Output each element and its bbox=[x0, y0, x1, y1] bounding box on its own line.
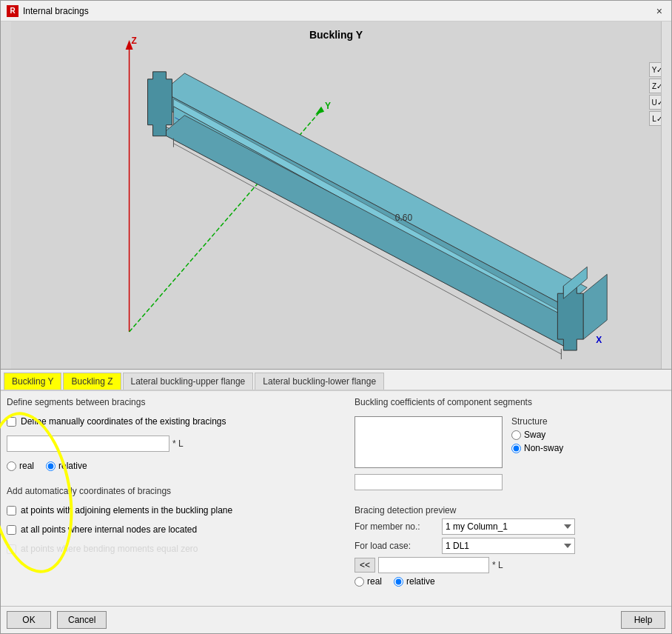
window-title: Internal bracings bbox=[23, 6, 89, 16]
loadcase-row: For load case: 1 DL1 bbox=[355, 538, 665, 554]
section2-label: Add automatically coordinates of bracing… bbox=[7, 486, 346, 496]
bracing-detection-label: Bracing detection preview bbox=[355, 505, 665, 515]
internal-nodes-label: at all points where internal nodes are l… bbox=[21, 524, 197, 535]
svg-text:Y: Y bbox=[325, 101, 331, 111]
left-panel: Define segments between bracings Define … bbox=[7, 397, 346, 600]
svg-text:X: X bbox=[596, 335, 602, 345]
help-button[interactable]: Help bbox=[621, 611, 665, 629]
close-button[interactable]: × bbox=[653, 5, 665, 17]
section1-label: Define segments between bracings bbox=[7, 397, 346, 407]
member-no-row: For member no.: 1 my Column_1 bbox=[355, 518, 665, 535]
star-l-label: * L bbox=[172, 438, 184, 449]
adjoining-elements-row: at points with adjoining elements in the… bbox=[7, 505, 346, 515]
nonsway-radio-item: Non-sway bbox=[511, 443, 563, 453]
coeff-and-structure: Structure Sway Non-sway bbox=[355, 416, 665, 468]
title-bar-left: R Internal bracings bbox=[7, 5, 89, 17]
viewport-title: Buckling Y bbox=[309, 29, 363, 41]
main-content: Define segments between bracings Define … bbox=[1, 391, 671, 606]
bending-moments-label: at points where bending moments equal ze… bbox=[21, 544, 198, 554]
bracing-real-radio[interactable] bbox=[355, 577, 364, 587]
bracing-input-row: << * L bbox=[355, 557, 665, 573]
coeff-label: Buckling coefficients of component segme… bbox=[355, 397, 665, 407]
sway-label: Sway bbox=[524, 430, 545, 440]
define-manually-checkbox[interactable] bbox=[7, 417, 16, 427]
tab-buckling-y[interactable]: Buckling Y bbox=[4, 373, 61, 390]
bending-moments-row: at points where bending moments equal ze… bbox=[7, 544, 346, 554]
adjoining-elements-checkbox[interactable] bbox=[7, 506, 16, 515]
adjoining-elements-label: at points with adjoining elements in the… bbox=[21, 505, 232, 515]
cancel-button[interactable]: Cancel bbox=[57, 611, 107, 629]
radio-real-item: real bbox=[7, 461, 34, 471]
title-bar: R Internal bracings × bbox=[1, 1, 671, 21]
coeff-input[interactable] bbox=[355, 474, 503, 490]
radio-relative[interactable] bbox=[46, 461, 56, 471]
viewport-scrollbar[interactable] bbox=[661, 21, 671, 369]
sway-radio-item: Sway bbox=[511, 430, 563, 440]
bracing-radio-row: real relative bbox=[355, 576, 665, 587]
define-manually-label: Define manually coordinates of the exist… bbox=[21, 416, 226, 427]
bracing-real-label: real bbox=[367, 576, 382, 587]
internal-nodes-row: at all points where internal nodes are l… bbox=[7, 524, 346, 535]
bracing-real-item: real bbox=[355, 576, 382, 587]
prev-button[interactable]: << bbox=[355, 558, 375, 573]
main-window: R Internal bracings × Isolated nodes hav… bbox=[0, 0, 672, 634]
coeff-input-row bbox=[355, 474, 665, 490]
structure-group: Structure Sway Non-sway bbox=[511, 416, 563, 453]
bracing-relative-item: relative bbox=[394, 576, 435, 587]
tabs-row: Buckling Y Buckling Z Lateral buckling-u… bbox=[1, 370, 671, 391]
tab-lateral-upper[interactable]: Lateral buckling-upper flange bbox=[123, 373, 254, 390]
bracing-input[interactable] bbox=[378, 557, 489, 573]
bracing-detection-section: Bracing detection preview For member no.… bbox=[355, 505, 665, 593]
bracing-relative-label: relative bbox=[406, 576, 435, 587]
structure-label: Structure bbox=[511, 416, 563, 427]
buckling-coeff-box bbox=[355, 416, 503, 468]
define-manually-row: Define manually coordinates of the exist… bbox=[7, 416, 346, 427]
tab-lateral-lower[interactable]: Lateral buckling-lower flange bbox=[255, 373, 384, 390]
loadcase-select[interactable]: 1 DL1 bbox=[442, 538, 575, 554]
nonsway-label: Non-sway bbox=[524, 443, 563, 453]
coordinates-input[interactable] bbox=[7, 436, 169, 452]
nonsway-radio[interactable] bbox=[511, 444, 521, 453]
viewport: Isolated nodes have been found. Z Y bbox=[1, 21, 671, 370]
bracing-star-l: * L bbox=[492, 560, 503, 570]
structure-radio-group: Sway Non-sway bbox=[511, 430, 563, 453]
member-select[interactable]: 1 my Column_1 bbox=[442, 518, 575, 535]
tab-buckling-z[interactable]: Buckling Z bbox=[63, 373, 121, 390]
coord-radio-row: real relative bbox=[7, 461, 346, 471]
bottom-left: OK Cancel bbox=[7, 611, 107, 629]
right-panel: Buckling coefficients of component segme… bbox=[355, 397, 665, 600]
loadcase-label: For load case: bbox=[355, 541, 436, 551]
sway-radio[interactable] bbox=[511, 430, 521, 440]
internal-nodes-checkbox[interactable] bbox=[7, 525, 16, 535]
member-label: For member no.: bbox=[355, 521, 436, 532]
svg-text:Z: Z bbox=[132, 36, 137, 46]
bending-moments-checkbox[interactable] bbox=[7, 544, 16, 554]
radio-relative-item: relative bbox=[46, 461, 87, 471]
app-icon: R bbox=[7, 5, 19, 17]
radio-real-label: real bbox=[19, 461, 34, 471]
svg-text:0.60: 0.60 bbox=[395, 213, 413, 223]
radio-relative-label: relative bbox=[58, 461, 87, 471]
beam-svg: Z Y bbox=[1, 21, 671, 369]
radio-real[interactable] bbox=[7, 461, 16, 471]
ok-button[interactable]: OK bbox=[7, 611, 51, 629]
bottom-bar: OK Cancel Help bbox=[1, 606, 671, 633]
bracing-relative-radio[interactable] bbox=[394, 577, 403, 587]
coordinates-input-row: * L bbox=[7, 436, 346, 452]
